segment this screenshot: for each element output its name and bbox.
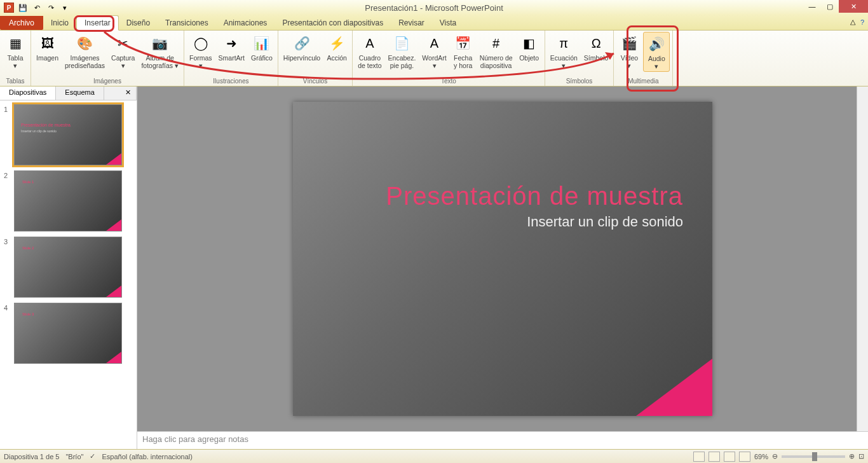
ribbon-button-label: Símbolo	[584, 55, 609, 62]
vertical-scrollbar[interactable]	[857, 86, 868, 431]
ribbon-group-label: Texto	[355, 76, 541, 86]
thumbnail-number: 3	[4, 237, 11, 298]
spellcheck-icon[interactable]: ✓	[90, 452, 95, 460]
ribbon-audio-button[interactable]: 🔊Audio ▾	[643, 32, 670, 72]
vdeo-icon: 🎬	[619, 33, 639, 53]
zoom-value[interactable]: 69%	[754, 453, 768, 460]
ribbon-group-multimedia: 🎬Vídeo ▾🔊Audio ▾Multimedia	[614, 31, 673, 86]
ribbon-tabla-button[interactable]: ▦Tabla ▾	[3, 32, 28, 71]
fit-slide-button[interactable]: ⊡	[858, 452, 864, 460]
reading-view-button[interactable]	[724, 452, 735, 462]
slide-thumbnail[interactable]: Presentación de muestraInsertar un clip …	[14, 104, 122, 165]
ribbon-button-label: Encabez. pie pág.	[388, 55, 416, 69]
ribbon-fecha-button[interactable]: 📅Fecha y hora	[451, 32, 476, 71]
slide-thumbnail[interactable]: Slide 2	[14, 237, 122, 298]
slide-thumbnails: 1Presentación de muestraInsertar un clip…	[0, 100, 137, 449]
sorter-view-button[interactable]	[709, 452, 720, 462]
ribbon-button-label: Imagen	[36, 55, 58, 62]
quick-access-toolbar: P 💾 ↶ ↷ ▾	[0, 1, 71, 14]
ribbon-captura-button[interactable]: ✂Captura ▾	[109, 32, 137, 71]
ribbon-button-label: Formas ▾	[189, 55, 212, 69]
accin-icon: ⚡	[327, 33, 347, 53]
ribbon-smartart-button[interactable]: ➜SmartArt	[216, 32, 247, 64]
tab-file[interactable]: Archivo	[0, 16, 43, 30]
tab-presentación con diapositivas[interactable]: Presentación con diapositivas	[275, 16, 391, 30]
ribbon-grfico-button[interactable]: 📊Gráfico	[248, 32, 275, 64]
minimize-button[interactable]: —	[803, 0, 821, 13]
slide-subtitle-text: Insertar un clip de sonido	[527, 214, 683, 230]
ribbon-ecuacin-button[interactable]: πEcuación ▾	[548, 32, 580, 71]
lbumde-icon: 📷	[150, 33, 170, 53]
minimize-ribbon-icon[interactable]: △	[850, 18, 855, 26]
slide-thumbnail[interactable]: Slide 1	[14, 170, 122, 232]
editor-area: Presentación de muestra Insertar un clip…	[137, 86, 868, 449]
zoom-out-button[interactable]: ⊖	[772, 452, 778, 460]
ribbon-cuadro-button[interactable]: ACuadro de texto	[355, 32, 384, 71]
ribbon-button-label: Vídeo ▾	[621, 55, 638, 69]
ribbon-encabez-button[interactable]: 📄Encabez. pie pág.	[386, 32, 419, 71]
cuadro-icon: A	[360, 33, 380, 53]
ribbon-vdeo-button[interactable]: 🎬Vídeo ▾	[616, 32, 642, 71]
tab-animaciones[interactable]: Animaciones	[216, 16, 275, 30]
ribbon-accin-button[interactable]: ⚡Acción	[324, 32, 349, 64]
ribbon-button-label: Audio ▾	[648, 55, 665, 70]
tab-slides[interactable]: Diapositivas	[0, 86, 56, 100]
zoom-in-button[interactable]: ⊕	[849, 452, 855, 460]
thumbnail-number: 4	[4, 303, 11, 364]
ribbon-help: △ ?	[850, 18, 864, 26]
ribbon-tabs: Archivo InicioInsertarDiseñoTransiciones…	[0, 15, 868, 31]
slide-canvas[interactable]: Presentación de muestra Insertar un clip…	[293, 102, 712, 416]
zoom-slider[interactable]	[782, 455, 845, 458]
slideshow-view-button[interactable]	[739, 452, 750, 462]
ribbon-wordart-button[interactable]: AWordArt ▾	[419, 32, 449, 71]
tab-inicio[interactable]: Inicio	[43, 16, 76, 30]
ribbon-button-label: Álbum de fotografías ▾	[141, 55, 179, 69]
normal-view-button[interactable]	[693, 452, 705, 462]
ribbon-group-vínculos: 🔗Hipervínculo⚡AcciónVínculos	[278, 31, 353, 86]
formas-icon: ◯	[191, 33, 211, 53]
ribbon: ▦Tabla ▾Tablas🖼Imagen🎨Imágenes prediseña…	[0, 31, 868, 86]
imgenes-icon: 🎨	[75, 33, 95, 53]
ribbon-formas-button[interactable]: ◯Formas ▾	[187, 32, 215, 71]
help-icon[interactable]: ?	[860, 18, 864, 26]
undo-icon[interactable]: ↶	[31, 1, 43, 14]
tab-revisar[interactable]: Revisar	[391, 16, 432, 30]
ribbon-imagen-button[interactable]: 🖼Imagen	[34, 32, 61, 64]
language-status[interactable]: Español (alfab. internacional)	[102, 453, 192, 460]
qat-dropdown-icon[interactable]: ▾	[58, 1, 71, 14]
ribbon-group-label: Imágenes	[34, 76, 181, 86]
window-title: Presentación1 - Microsoft PowerPoint	[365, 3, 503, 13]
notes-pane[interactable]: Haga clic para agregar notas	[137, 431, 868, 449]
theme-name: "Brío"	[65, 453, 83, 460]
tab-diseño[interactable]: Diseño	[119, 16, 158, 30]
ribbon-group-imágenes: 🖼Imagen🎨Imágenes prediseñadas✂Captura ▾📷…	[31, 31, 184, 86]
tab-outline[interactable]: Esquema	[56, 86, 104, 100]
ribbon-imgenes-button[interactable]: 🎨Imágenes prediseñadas	[62, 32, 107, 71]
redo-icon[interactable]: ↷	[44, 1, 57, 14]
audio-icon: 🔊	[646, 34, 667, 54]
ribbon-button-label: WordArt ▾	[422, 55, 446, 69]
ribbon-hipervnculo-button[interactable]: 🔗Hipervínculo	[281, 32, 323, 64]
ribbon-smbolo-button[interactable]: ΩSímbolo	[581, 32, 611, 64]
ribbon-group-label: Ilustraciones	[187, 76, 275, 86]
save-icon[interactable]: 💾	[17, 1, 29, 14]
maximize-button[interactable]: ▢	[821, 0, 839, 13]
captura-icon: ✂	[113, 33, 133, 53]
ribbon-objeto-button[interactable]: ◧Objeto	[517, 32, 542, 64]
tab-insertar[interactable]: Insertar	[76, 15, 119, 31]
objeto-icon: ◧	[519, 33, 539, 53]
ribbon-button-label: SmartArt	[219, 55, 245, 62]
app-icon[interactable]: P	[3, 1, 15, 14]
close-button[interactable]: ✕	[839, 0, 868, 13]
ribbon-group-label: Vínculos	[281, 76, 349, 86]
slide-thumbnail[interactable]: Slide 3	[14, 303, 122, 364]
ribbon-button-label: Ecuación ▾	[550, 55, 578, 69]
ribbon-lbumde-button[interactable]: 📷Álbum de fotografías ▾	[139, 32, 181, 71]
tabla-icon: ▦	[5, 33, 25, 53]
ribbon-nmerode-button[interactable]: #Número de diapositiva	[477, 32, 515, 71]
ribbon-button-label: Fecha y hora	[454, 55, 472, 69]
tab-transiciones[interactable]: Transiciones	[158, 16, 216, 30]
ribbon-button-label: Objeto	[519, 55, 539, 62]
close-panel-icon[interactable]: ✕	[120, 86, 137, 100]
tab-vista[interactable]: Vista	[432, 16, 464, 30]
